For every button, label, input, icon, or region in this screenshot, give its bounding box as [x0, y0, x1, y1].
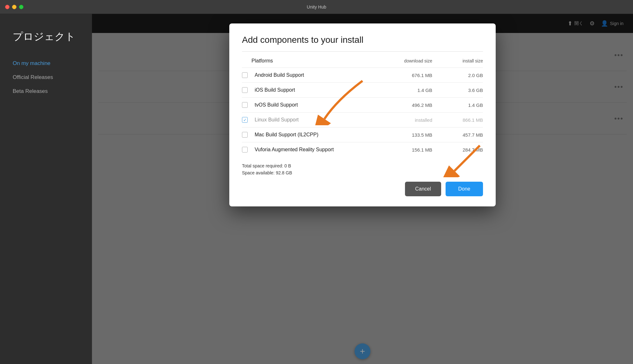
ios-check-col — [242, 87, 251, 93]
modal-overlay: Add components to your install Platforms… — [92, 14, 633, 364]
minimize-button[interactable] — [12, 5, 16, 9]
android-checkbox[interactable] — [242, 72, 248, 78]
vuforia-check-col — [242, 147, 251, 153]
ios-name: iOS Build Support — [251, 87, 382, 93]
tvos-check-col — [242, 102, 251, 108]
tvos-install: 1.4 GB — [432, 102, 483, 108]
mac-check-col — [242, 132, 251, 138]
mac-download: 133.5 MB — [382, 132, 432, 138]
vuforia-checkbox[interactable] — [242, 147, 248, 153]
android-check-col — [242, 72, 251, 78]
mac-checkbox[interactable] — [242, 132, 248, 138]
vuforia-install: 284.7 MB — [432, 147, 483, 153]
space-available-label: Space available: 92.8 GB — [242, 170, 483, 175]
cancel-button[interactable]: Cancel — [405, 182, 441, 196]
title-bar: Unity Hub — [0, 0, 633, 14]
linux-checkbox — [242, 117, 248, 123]
vuforia-download: 156.1 MB — [382, 147, 432, 153]
android-name: Android Build Support — [251, 72, 382, 78]
vuforia-name: Vuforia Augmented Reality Support — [251, 147, 382, 153]
col-download-header: download size — [382, 58, 432, 63]
android-install: 2.0 GB — [432, 73, 483, 78]
linux-name: Linux Build Support — [251, 117, 382, 123]
modal-title: Add components to your install — [242, 35, 483, 45]
content-area: ⬆ 開く ⚙ 👤 Sign in ••• ••• ••• + — [92, 14, 633, 364]
col-install-header: install size — [432, 58, 483, 63]
modal-divider — [242, 51, 483, 52]
platform-row-android: Android Build Support 676.1 MB 2.0 GB — [242, 68, 483, 82]
modal-actions: Cancel Done — [242, 182, 483, 196]
linux-check-col — [242, 117, 251, 123]
modal-footer: Total space required: 0 B Space availabl… — [242, 163, 483, 196]
done-button[interactable]: Done — [446, 182, 483, 196]
ios-install: 3.6 GB — [432, 88, 483, 93]
modal-dialog: Add components to your install Platforms… — [229, 23, 496, 206]
sidebar: プロジェクト On my machine Official Releases B… — [0, 14, 92, 364]
linux-install: 866.1 MB — [432, 117, 483, 123]
sidebar-item-beta-releases[interactable]: Beta Releases — [0, 84, 92, 98]
ios-checkbox[interactable] — [242, 87, 248, 93]
platform-row-mac: Mac Build Support (IL2CPP) 133.5 MB 457.… — [242, 127, 483, 142]
col-platforms: Platforms — [251, 58, 382, 64]
mac-name: Mac Build Support (IL2CPP) — [251, 132, 382, 138]
platform-row-vuforia: Vuforia Augmented Reality Support 156.1 … — [242, 142, 483, 157]
platform-row-ios: iOS Build Support 1.4 GB 3.6 GB — [242, 82, 483, 97]
main-area: プロジェクト On my machine Official Releases B… — [0, 14, 633, 364]
table-header: Platforms download size install size — [242, 58, 483, 68]
tvos-checkbox[interactable] — [242, 102, 248, 108]
window-title: Unity Hub — [307, 4, 326, 10]
sidebar-item-on-my-machine[interactable]: On my machine — [0, 56, 92, 70]
android-download: 676.1 MB — [382, 73, 432, 78]
traffic-lights — [5, 5, 23, 9]
platform-row-tvos: tvOS Build Support 496.2 MB 1.4 GB — [242, 97, 483, 112]
close-button[interactable] — [5, 5, 10, 9]
maximize-button[interactable] — [19, 5, 23, 9]
tvos-download: 496.2 MB — [382, 102, 432, 108]
platform-row-linux: Linux Build Support installed 866.1 MB — [242, 112, 483, 127]
tvos-name: tvOS Build Support — [251, 102, 382, 108]
ios-download: 1.4 GB — [382, 88, 432, 93]
linux-download: installed — [382, 117, 432, 123]
sidebar-title: プロジェクト — [0, 20, 92, 56]
total-space-label: Total space required: 0 B — [242, 163, 483, 168]
mac-install: 457.7 MB — [432, 132, 483, 138]
sidebar-item-official-releases[interactable]: Official Releases — [0, 70, 92, 84]
